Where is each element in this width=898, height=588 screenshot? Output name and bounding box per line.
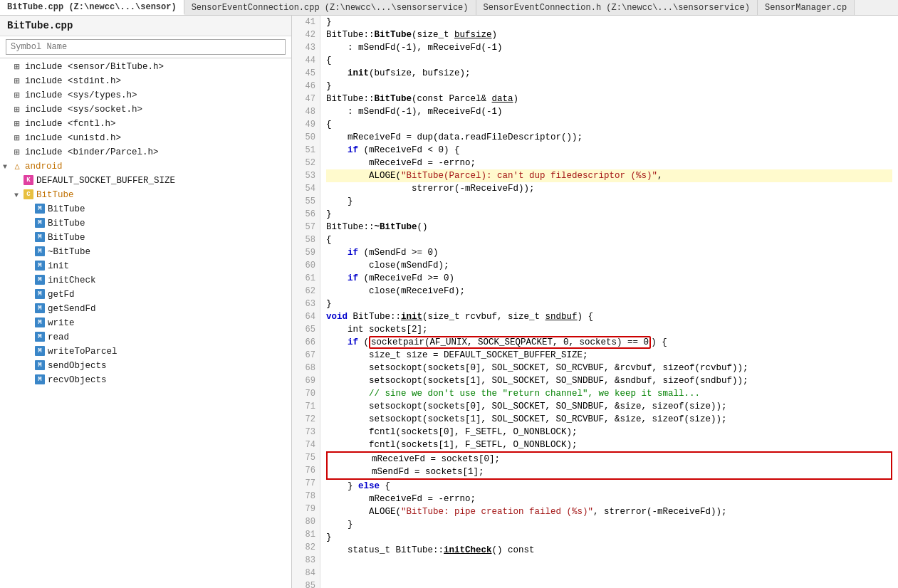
line-number: 44 bbox=[296, 54, 315, 67]
line-number: 55 bbox=[296, 195, 315, 208]
code-line: { bbox=[326, 118, 892, 131]
tree-item-label: read bbox=[48, 332, 69, 342]
line-number: 58 bbox=[296, 233, 315, 246]
line-number: 79 bbox=[296, 503, 315, 515]
tree-item[interactable]: ⊞include <sys/types.h> bbox=[0, 88, 291, 103]
tree-item[interactable]: MBitTube bbox=[0, 231, 291, 245]
tree-item[interactable]: KDEFAULT_SOCKET_BUFFER_SIZE bbox=[0, 174, 291, 188]
tree-item[interactable]: MgetFd bbox=[0, 288, 291, 302]
symbol-search-container bbox=[0, 36, 291, 58]
tree-item-label: include <stdint.h> bbox=[25, 76, 121, 86]
line-number: 68 bbox=[296, 362, 315, 374]
line-number: 69 bbox=[296, 374, 315, 387]
method-icon: M bbox=[34, 332, 46, 343]
line-number: 61 bbox=[296, 272, 315, 285]
tab[interactable]: SensorManager.cp bbox=[758, 0, 855, 15]
tree-item[interactable]: MBitTube bbox=[0, 202, 291, 216]
tree-item-label: BitTube bbox=[48, 204, 85, 214]
tree-item[interactable]: MsendObjects bbox=[0, 359, 291, 373]
code-line: mReceiveFd = sockets[0]; bbox=[326, 451, 892, 466]
tree-item[interactable]: Minit bbox=[0, 259, 291, 273]
tree-item-label: ~BitTube bbox=[48, 247, 90, 257]
code-line: } bbox=[326, 298, 892, 310]
hash-icon: ⊞ bbox=[11, 118, 23, 130]
line-number: 84 bbox=[296, 567, 315, 579]
method-icon: M bbox=[34, 232, 46, 243]
tree-item[interactable]: MinitCheck bbox=[0, 273, 291, 288]
tree-view: ⊞include <sensor/BitTube.h>⊞include <std… bbox=[0, 58, 291, 588]
code-panel[interactable]: 4142434445464748495051525354555657585960… bbox=[292, 16, 898, 588]
tree-item[interactable]: ▼CBitTube bbox=[0, 188, 291, 202]
code-line: mReceiveFd = -errno; bbox=[326, 493, 892, 505]
tree-item-label: include <sys/socket.h> bbox=[25, 105, 142, 115]
tree-item[interactable]: ⊞include <sensor/BitTube.h> bbox=[0, 60, 291, 74]
tree-item[interactable]: MBitTube bbox=[0, 216, 291, 231]
tree-item-label: getSendFd bbox=[48, 304, 96, 314]
line-number: 66 bbox=[296, 336, 315, 349]
line-number: 48 bbox=[296, 105, 315, 118]
tab[interactable]: BitTube.cpp (Z:\newcc\...\sensor) bbox=[0, 0, 184, 15]
tabs-bar: BitTube.cpp (Z:\newcc\...\sensor)SensorE… bbox=[0, 0, 898, 16]
tree-item-label: include <sys/types.h> bbox=[25, 90, 137, 100]
code-line: fcntl(sockets[0], F_SETFL, O_NONBLOCK); bbox=[326, 426, 892, 439]
code-line: init(bufsize, bufsize); bbox=[326, 67, 892, 80]
hash-icon: ⊞ bbox=[11, 61, 23, 73]
code-line: size_t size = DEFAULT_SOCKET_BUFFER_SIZE… bbox=[326, 349, 892, 362]
tree-item-label: writeToParcel bbox=[48, 347, 118, 357]
method-icon: M bbox=[34, 218, 46, 229]
line-number: 83 bbox=[296, 554, 315, 567]
line-numbers: 4142434445464748495051525354555657585960… bbox=[292, 16, 320, 588]
method-icon: M bbox=[34, 303, 46, 315]
file-title: BitTube.cpp bbox=[0, 16, 291, 36]
tree-item[interactable]: ⊞include <unistd.h> bbox=[0, 131, 291, 145]
tree-item-label: DEFAULT_SOCKET_BUFFER_SIZE bbox=[36, 176, 175, 186]
method-icon: M bbox=[34, 261, 46, 272]
method-icon: M bbox=[34, 346, 46, 357]
hash-icon: ⊞ bbox=[11, 90, 23, 101]
hash-icon: ⊞ bbox=[11, 75, 23, 87]
line-number: 62 bbox=[296, 285, 315, 298]
tree-item[interactable]: MwriteToParcel bbox=[0, 345, 291, 359]
tree-item[interactable]: ▼△android bbox=[0, 159, 291, 174]
tree-item[interactable]: ⊞include <fcntl.h> bbox=[0, 117, 291, 131]
line-number: 72 bbox=[296, 413, 315, 426]
symbol-search-input[interactable] bbox=[6, 39, 286, 55]
tree-item[interactable]: MrecvObjects bbox=[0, 373, 291, 387]
tree-item[interactable]: ⊞include <stdint.h> bbox=[0, 74, 291, 88]
line-number: 73 bbox=[296, 426, 315, 439]
code-content: }BitTube::BitTube(size_t bufsize) : mSen… bbox=[320, 16, 898, 588]
line-number: 41 bbox=[296, 16, 315, 28]
tree-item[interactable]: M~BitTube bbox=[0, 245, 291, 259]
line-number: 81 bbox=[296, 528, 315, 541]
tree-item-label: initCheck bbox=[48, 275, 96, 285]
tree-item[interactable]: ⊞include <sys/socket.h> bbox=[0, 103, 291, 117]
line-number: 74 bbox=[296, 439, 315, 451]
code-line: : mSendFd(-1), mReceiveFd(-1) bbox=[326, 41, 892, 54]
line-number: 70 bbox=[296, 387, 315, 400]
code-line: : mSendFd(-1), mReceiveFd(-1) bbox=[326, 105, 892, 118]
code-line: close(mSendFd); bbox=[326, 259, 892, 272]
method-icon: M bbox=[34, 374, 46, 386]
code-line: if (socketpair(AF_UNIX, SOCK_SEQPACKET, … bbox=[326, 336, 892, 349]
tree-item[interactable]: ⊞include <binder/Parcel.h> bbox=[0, 145, 291, 159]
code-line: setsockopt(sockets[0], SOL_SOCKET, SO_SN… bbox=[326, 400, 892, 413]
tree-item-label: init bbox=[48, 261, 69, 271]
tree-item-label: include <unistd.h> bbox=[25, 133, 121, 143]
code-line: BitTube::BitTube(const Parcel& data) bbox=[326, 93, 892, 105]
tab[interactable]: SensorEventConnection.h (Z:\newcc\...\se… bbox=[476, 0, 758, 15]
hash-icon: ⊞ bbox=[11, 132, 23, 144]
code-line: int sockets[2]; bbox=[326, 323, 892, 336]
tree-item-label: BitTube bbox=[36, 190, 74, 200]
tree-item-label: include <sensor/BitTube.h> bbox=[25, 62, 164, 72]
tree-item[interactable]: MgetSendFd bbox=[0, 302, 291, 316]
line-number: 85 bbox=[296, 579, 315, 588]
line-number: 60 bbox=[296, 259, 315, 272]
line-number: 51 bbox=[296, 144, 315, 157]
tab[interactable]: SensorEventConnection.cpp (Z:\newcc\...\… bbox=[184, 0, 476, 15]
tree-item[interactable]: Mread bbox=[0, 330, 291, 345]
left-panel: BitTube.cpp ⊞include <sensor/BitTube.h>⊞… bbox=[0, 16, 292, 588]
code-line: setsockopt(sockets[1], SOL_SOCKET, SO_SN… bbox=[326, 374, 892, 387]
code-line: setsockopt(sockets[1], SOL_SOCKET, SO_RC… bbox=[326, 413, 892, 426]
tree-item[interactable]: Mwrite bbox=[0, 316, 291, 330]
line-number: 47 bbox=[296, 93, 315, 105]
